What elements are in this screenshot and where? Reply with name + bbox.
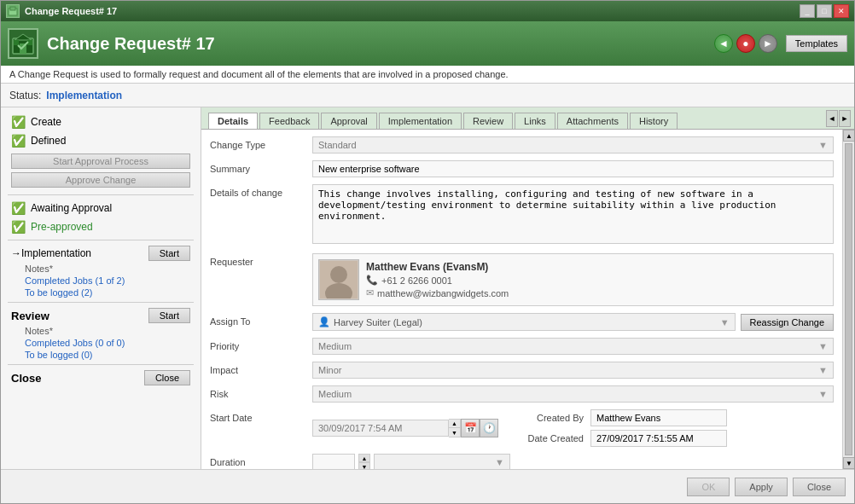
sidebar-close-row: Close Close <box>8 368 194 387</box>
check-icon-defined: ✅ <box>11 134 26 148</box>
start-date-calendar-icon[interactable]: 📅 <box>461 419 480 437</box>
scrollbar[interactable]: ▲ ▼ <box>842 130 854 469</box>
duration-unit-select[interactable]: ▼ <box>374 454 510 469</box>
approve-change-button[interactable]: Approve Change <box>11 172 190 188</box>
svg-marker-3 <box>15 34 32 40</box>
requester-name: Matthew Evans (EvansM) <box>366 261 828 273</box>
tab-implementation[interactable]: Implementation <box>379 113 462 129</box>
assign-row: 👤 Harvey Suiter (Legal) ▼ Reassign Chang… <box>312 313 834 331</box>
tabs-scroll-left[interactable]: ◄ <box>826 110 838 127</box>
requester-info: Matthew Evans (EvansM) 📞 +61 2 6266 0001… <box>366 261 828 298</box>
review-logged-link[interactable]: To be logged (0) <box>25 350 93 360</box>
tab-details[interactable]: Details <box>208 113 258 129</box>
tabs-wrapper: Details Feedback Approval Implementation… <box>205 111 826 129</box>
tabs-scroll-right[interactable]: ► <box>839 110 851 127</box>
start-date-up-btn[interactable]: ▲ <box>449 420 460 428</box>
summary-input[interactable] <box>312 160 834 177</box>
start-date-input[interactable] <box>312 420 449 437</box>
change-type-arrow-icon: ▼ <box>818 140 828 150</box>
close-process-button[interactable]: Close <box>144 370 190 385</box>
impl-jobs-link[interactable]: Completed Jobs (1 of 2) <box>25 275 125 286</box>
header-nav: ◄ ● ► <box>714 34 777 53</box>
review-jobs-link[interactable]: Completed Jobs (0 of 0) <box>25 338 125 348</box>
duration-row: Duration ▲ ▼ <box>210 454 834 469</box>
risk-control: Medium ▼ <box>312 385 834 403</box>
risk-row: Risk Medium ▼ <box>210 385 834 403</box>
sidebar-divider-2 <box>8 240 194 240</box>
avatar <box>318 259 359 300</box>
templates-button[interactable]: Templates <box>786 35 847 52</box>
review-start-button[interactable]: Start <box>148 308 190 323</box>
scroll-thumb[interactable] <box>845 143 852 455</box>
requester-row: Requester <box>210 253 834 306</box>
tab-approval[interactable]: Approval <box>321 113 376 129</box>
nav-stop-button[interactable]: ● <box>736 34 755 53</box>
start-date-down-btn[interactable]: ▼ <box>449 428 460 437</box>
duration-num-input[interactable] <box>312 454 355 469</box>
start-date-label: Start Date <box>210 409 312 423</box>
close-window-button[interactable]: ✕ <box>834 4 849 18</box>
impact-arrow-icon: ▼ <box>818 365 828 375</box>
sidebar-divider-3 <box>8 302 194 303</box>
nav-back-button[interactable]: ◄ <box>714 34 733 53</box>
risk-arrow-icon: ▼ <box>818 389 828 399</box>
apply-button[interactable]: Apply <box>735 478 788 496</box>
tab-review[interactable]: Review <box>463 113 513 129</box>
change-type-select[interactable]: Standard ▼ <box>312 136 834 154</box>
priority-select[interactable]: Medium ▼ <box>312 338 834 355</box>
nav-forward-button[interactable]: ► <box>759 34 777 53</box>
sidebar-item-create: ✅ Create <box>8 113 194 131</box>
change-type-control: Standard ▼ <box>312 136 834 154</box>
details-textarea[interactable]: This change involves installing, configu… <box>312 184 834 244</box>
scroll-up-btn[interactable]: ▲ <box>843 130 854 142</box>
status-value: Implementation <box>46 90 122 101</box>
duration-up-btn[interactable]: ▲ <box>358 454 370 462</box>
start-date-row: Start Date ▲ ▼ 📅 🕐 <box>210 409 834 447</box>
email-icon: ✉ <box>366 287 374 298</box>
maximize-button[interactable]: □ <box>817 4 832 18</box>
main-window: Change Request# 17 _ □ ✕ Change Request#… <box>0 0 855 504</box>
review-notes-label: Notes* <box>25 326 53 336</box>
implementation-start-button[interactable]: Start <box>148 246 190 261</box>
start-approval-button[interactable]: Start Approval Process <box>11 154 190 169</box>
date-created-row: Date Created 27/09/2017 7:51:55 AM <box>515 430 727 447</box>
start-date-control: ▲ ▼ 📅 🕐 Created By Matthew Evans <box>312 409 834 447</box>
tab-feedback[interactable]: Feedback <box>259 113 319 129</box>
tab-attachments[interactable]: Attachments <box>557 113 628 129</box>
duration-down-btn[interactable]: ▼ <box>358 462 370 469</box>
sidebar-divider-1 <box>8 194 194 195</box>
risk-select[interactable]: Medium ▼ <box>312 385 834 403</box>
assign-to-select[interactable]: 👤 Harvey Suiter (Legal) ▼ <box>312 313 736 331</box>
start-date-clock-icon[interactable]: 🕐 <box>480 419 498 437</box>
impact-row: Impact Minor ▼ <box>210 362 834 379</box>
impl-logged-link[interactable]: To be logged (2) <box>25 287 93 298</box>
priority-arrow-icon: ▼ <box>818 341 828 351</box>
arrow-icon-implementation: → <box>11 247 21 259</box>
bottom-bar: OK Apply Close <box>1 469 854 503</box>
ok-button[interactable]: OK <box>687 478 730 496</box>
duration-spinner: ▲ ▼ <box>358 454 370 469</box>
impact-value: Minor <box>318 365 342 375</box>
close-button[interactable]: Close <box>793 478 846 496</box>
start-date-spinner: ▲ ▼ <box>449 419 461 437</box>
header-icon <box>8 28 38 59</box>
title-bar-text: Change Request# 17 <box>25 6 800 16</box>
sidebar-defined-label: Defined <box>31 135 66 147</box>
svg-rect-5 <box>14 40 19 45</box>
requester-phone-row: 📞 +61 2 6266 0001 <box>366 275 828 286</box>
form-area-wrapper: Change Type Standard ▼ Summary <box>201 130 854 469</box>
subtitle-text: A Change Request is used to formally req… <box>9 69 509 79</box>
right-panel: Details Feedback Approval Implementation… <box>201 107 854 469</box>
tab-history[interactable]: History <box>630 113 678 129</box>
minimize-button[interactable]: _ <box>800 4 815 18</box>
created-by-label: Created By <box>515 413 584 423</box>
duration-label: Duration <box>210 454 312 467</box>
reassign-button[interactable]: Reassign Change <box>741 314 834 331</box>
assign-to-label: Assign To <box>210 313 312 327</box>
scroll-down-btn[interactable]: ▼ <box>843 457 854 469</box>
title-bar-controls: _ □ ✕ <box>800 4 849 18</box>
tab-links[interactable]: Links <box>515 113 555 129</box>
impact-select[interactable]: Minor ▼ <box>312 362 834 379</box>
sidebar-close-label: Close <box>11 372 41 385</box>
requester-phone: +61 2 6266 0001 <box>381 275 452 286</box>
